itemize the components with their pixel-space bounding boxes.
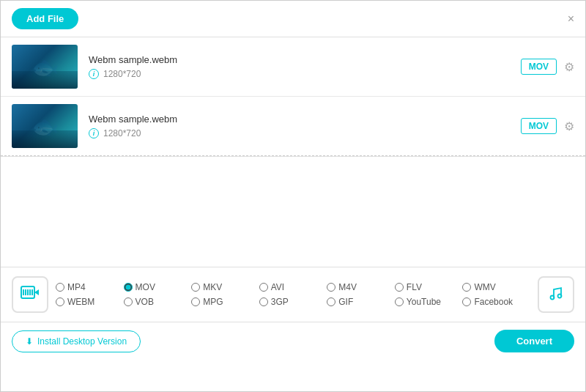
format-label-wmv: WMV — [474, 282, 495, 292]
music-icon — [548, 285, 564, 305]
format-radio-vob[interactable] — [124, 297, 133, 306]
info-icon-1[interactable]: i — [89, 69, 99, 79]
install-label: Install Desktop Version — [37, 336, 127, 347]
format-label-vob: VOB — [136, 297, 154, 307]
music-icon-box[interactable] — [538, 276, 574, 313]
format-radio-wmv[interactable] — [462, 283, 471, 292]
svg-point-8 — [558, 294, 562, 297]
file-thumbnail-1: 🐟 — [12, 45, 78, 89]
format-options: MP4 MOV MKV AVI M4V FLV — [56, 282, 530, 307]
format-selector: MP4 MOV MKV AVI M4V FLV — [12, 276, 574, 313]
format-label-mov: MOV — [136, 282, 155, 292]
format-label-3gp: 3GP — [271, 297, 289, 307]
file-resolution-2: 1280*720 — [103, 128, 141, 138]
format-label-flv: FLV — [407, 282, 422, 292]
add-file-button[interactable]: Add File — [12, 8, 78, 29]
format-option-mpg[interactable]: MPG — [191, 297, 259, 307]
bottom-panel: MP4 MOV MKV AVI M4V FLV — [1, 267, 585, 322]
format-radio-m4v[interactable] — [327, 283, 335, 292]
svg-point-7 — [551, 295, 555, 299]
file-info-2: Webm sample.webm i 1280*720 — [78, 114, 521, 138]
format-option-3gp[interactable]: 3GP — [259, 297, 327, 307]
format-radio-mov[interactable] — [124, 283, 133, 292]
format-radio-gif[interactable] — [327, 297, 335, 306]
format-option-mp4[interactable]: MP4 — [56, 282, 124, 292]
format-option-flv[interactable]: FLV — [395, 282, 463, 292]
format-badge-1[interactable]: MOV — [521, 59, 557, 75]
format-label-facebook: Facebook — [474, 297, 513, 307]
format-radio-flv[interactable] — [395, 283, 404, 292]
format-radio-mkv[interactable] — [191, 283, 200, 292]
file-item-2: 🐟 Webm sample.webm i 1280*720 MOV ⚙ — [1, 97, 585, 156]
file-name-2: Webm sample.webm — [89, 114, 510, 125]
format-radio-avi[interactable] — [259, 283, 268, 292]
format-option-youtube[interactable]: YouTube — [395, 297, 463, 307]
format-radio-facebook[interactable] — [462, 297, 471, 306]
format-radio-youtube[interactable] — [395, 297, 404, 306]
file-resolution-1: 1280*720 — [103, 69, 141, 79]
file-actions-1: MOV ⚙ — [521, 59, 574, 75]
format-label-mkv: MKV — [203, 282, 222, 292]
format-option-mkv[interactable]: MKV — [191, 282, 259, 292]
install-button[interactable]: ⬇ Install Desktop Version — [12, 330, 141, 352]
format-label-mpg: MPG — [203, 297, 223, 307]
file-actions-2: MOV ⚙ — [521, 118, 574, 134]
header: Add File × — [1, 1, 585, 37]
format-label-m4v: M4V — [338, 282, 357, 292]
format-option-webm[interactable]: WEBM — [56, 297, 124, 307]
footer: ⬇ Install Desktop Version Convert — [1, 322, 585, 360]
format-option-m4v[interactable]: M4V — [327, 282, 395, 292]
format-option-wmv[interactable]: WMV — [462, 282, 530, 292]
format-label-mp4: MP4 — [67, 282, 86, 292]
format-label-webm: WEBM — [67, 297, 94, 307]
convert-button[interactable]: Convert — [494, 330, 574, 352]
video-icon — [21, 284, 40, 305]
format-label-avi: AVI — [271, 282, 284, 292]
format-label-youtube: YouTube — [407, 297, 441, 307]
video-icon-box[interactable] — [12, 276, 48, 313]
format-option-vob[interactable]: VOB — [124, 297, 192, 307]
download-icon: ⬇ — [26, 336, 33, 347]
format-radio-mp4[interactable] — [56, 283, 64, 292]
format-radio-mpg[interactable] — [191, 297, 200, 306]
settings-button-1[interactable]: ⚙ — [564, 60, 574, 74]
settings-button-2[interactable]: ⚙ — [564, 119, 574, 133]
format-badge-2[interactable]: MOV — [521, 118, 557, 134]
fish-decoration-2: 🐟 — [31, 114, 59, 139]
file-info-1: Webm sample.webm i 1280*720 — [78, 54, 521, 79]
format-option-avi[interactable]: AVI — [259, 282, 327, 292]
fish-decoration: 🐟 — [31, 54, 59, 80]
format-option-facebook[interactable]: Facebook — [462, 297, 530, 307]
format-radio-webm[interactable] — [56, 297, 64, 306]
format-radio-3gp[interactable] — [259, 297, 268, 306]
format-label-gif: GIF — [338, 297, 353, 307]
file-name-1: Webm sample.webm — [89, 54, 510, 65]
info-icon-2[interactable]: i — [89, 128, 99, 138]
file-list: 🐟 Webm sample.webm i 1280*720 MOV ⚙ 🐟 We… — [1, 37, 585, 157]
file-item-1: 🐟 Webm sample.webm i 1280*720 MOV ⚙ — [1, 37, 585, 97]
empty-area — [1, 157, 585, 267]
close-button[interactable]: × — [568, 12, 574, 26]
file-thumbnail-2: 🐟 — [12, 104, 78, 148]
file-meta-1: i 1280*720 — [89, 69, 510, 79]
format-option-gif[interactable]: GIF — [327, 297, 395, 307]
file-meta-2: i 1280*720 — [89, 128, 510, 138]
format-option-mov[interactable]: MOV — [124, 282, 192, 292]
